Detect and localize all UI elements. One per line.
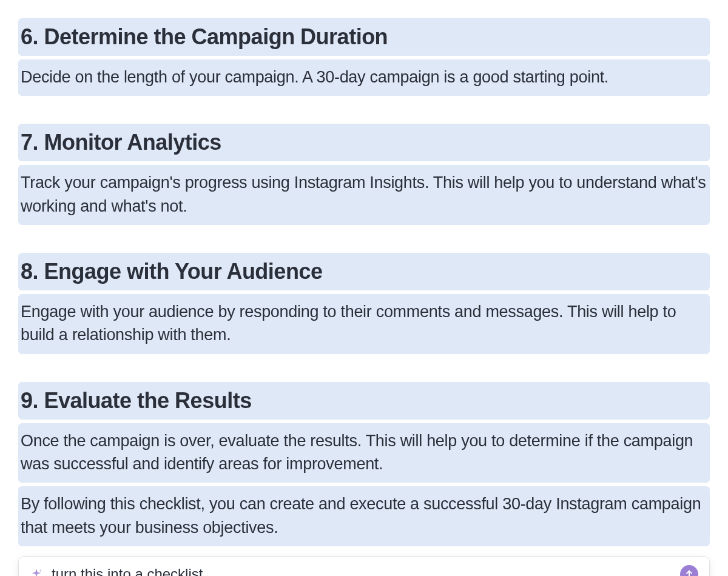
content-area: 6. Determine the Campaign Duration Decid… xyxy=(0,0,728,546)
sparkle-icon xyxy=(30,568,43,576)
section-body-6: Decide on the length of your campaign. A… xyxy=(18,59,710,96)
section-heading-8: 8. Engage with Your Audience xyxy=(18,253,710,290)
section-heading-7: 7. Monitor Analytics xyxy=(18,124,710,161)
prompt-input[interactable] xyxy=(52,566,672,576)
section-body-9: Once the campaign is over, evaluate the … xyxy=(18,423,710,483)
section-body-8: Engage with your audience by responding … xyxy=(18,294,710,354)
send-button[interactable] xyxy=(680,565,698,576)
section-body-7: Track your campaign's progress using Ins… xyxy=(18,165,710,225)
ai-prompt-panel: AI responses can be inaccurate or mislea… xyxy=(18,556,710,576)
section-heading-6: 6. Determine the Campaign Duration xyxy=(18,18,710,56)
closing-paragraph: By following this checklist, you can cre… xyxy=(18,486,710,546)
prompt-row xyxy=(19,557,709,576)
section-heading-9: 9. Evaluate the Results xyxy=(18,382,710,420)
